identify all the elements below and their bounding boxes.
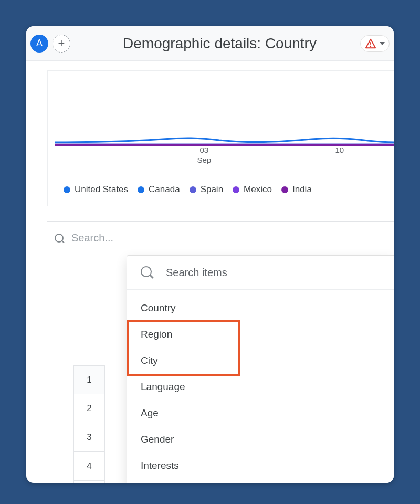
report-panel: A + Demographic details: Country 03 Sep [26, 26, 394, 483]
legend-item[interactable]: United States [64, 184, 128, 195]
dropdown-search-row: Search items [127, 256, 394, 290]
dropdown-item[interactable]: Interests [127, 453, 394, 479]
legend-label: Mexico [244, 184, 272, 195]
chart-card: 03 Sep 10 United StatesCanadaSpainMexico… [47, 70, 394, 206]
divider [47, 221, 394, 222]
legend-item[interactable]: Spain [190, 184, 223, 195]
page-title: Demographic details: Country [83, 35, 356, 52]
divider [77, 34, 77, 53]
add-comparison-button[interactable]: + [52, 35, 70, 52]
legend-label: Canada [149, 184, 180, 195]
chart-legend: United StatesCanadaSpainMexicoIndia [64, 184, 394, 195]
legend-dot-icon [190, 186, 196, 193]
dropdown-list: CountryRegionCityLanguageAgeGenderIntere… [127, 290, 394, 483]
line-chart[interactable]: 03 Sep 10 [55, 81, 394, 155]
dropdown-search-placeholder[interactable]: Search items [166, 267, 227, 279]
dropdown-item[interactable]: City [127, 348, 394, 374]
svg-point-1 [370, 45, 371, 46]
legend-dot-icon [233, 186, 239, 193]
search-icon [55, 234, 64, 243]
search-icon [141, 266, 153, 279]
search-input[interactable] [71, 232, 394, 244]
dropdown-item[interactable]: Language [127, 374, 394, 400]
header-bar: A + Demographic details: Country [26, 26, 394, 61]
report-body: 03 Sep 10 United StatesCanadaSpainMexico… [26, 61, 394, 483]
legend-dot-icon [138, 186, 144, 193]
legend-item[interactable]: Mexico [233, 184, 272, 195]
row-number-cell: 5 [74, 481, 105, 483]
legend-dot-icon [64, 186, 70, 193]
divider [55, 253, 394, 253]
dropdown-item[interactable]: Region [127, 321, 394, 348]
legend-label: India [292, 184, 312, 195]
dropdown-item[interactable]: Gender [127, 426, 394, 453]
dropdown-item[interactable]: Country [127, 295, 394, 321]
legend-dot-icon [281, 186, 288, 193]
search-row [55, 232, 394, 244]
legend-label: United States [75, 184, 128, 195]
legend-item[interactable]: India [281, 184, 312, 195]
account-avatar[interactable]: A [30, 35, 48, 52]
row-number-cell: 4 [74, 452, 105, 481]
legend-label: Spain [201, 184, 223, 195]
chevron-down-icon [380, 42, 385, 45]
dimension-dropdown: Search items CountryRegionCityLanguageAg… [127, 255, 394, 483]
x-axis-tick: 03 Sep [197, 145, 211, 165]
data-quality-warning-button[interactable] [360, 35, 390, 52]
legend-item[interactable]: Canada [138, 184, 180, 195]
row-number-cell: 3 [74, 423, 105, 452]
dropdown-item[interactable]: Age [127, 400, 394, 426]
warning-icon [365, 38, 376, 49]
row-number-cell: 1 [74, 365, 105, 394]
row-number-column: 12345 [74, 365, 105, 483]
row-number-cell: 2 [74, 394, 105, 423]
x-axis-tick: 10 [335, 145, 344, 155]
